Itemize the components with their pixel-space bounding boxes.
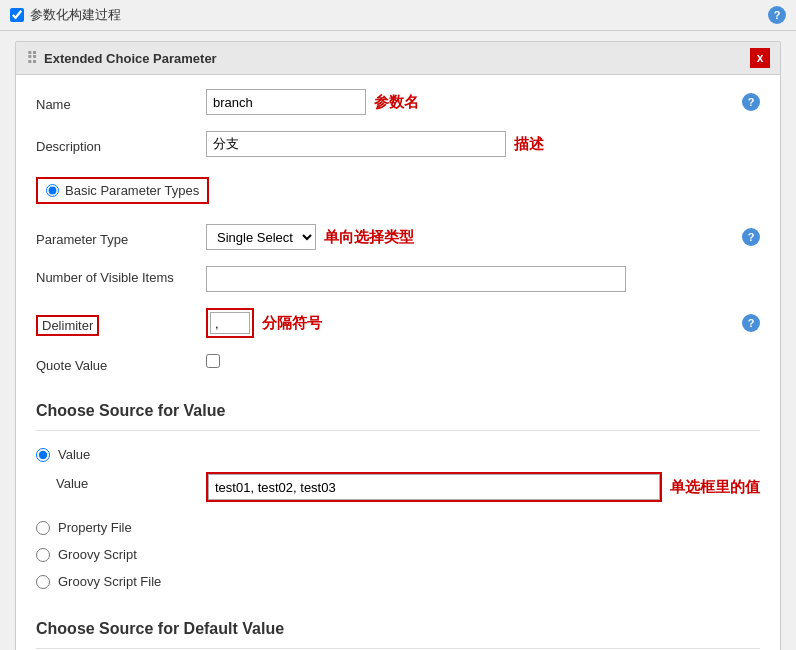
top-bar-left: 参数化构建过程 [10, 6, 121, 24]
groovy-script-file-radio[interactable] [36, 575, 50, 589]
panel-title: ⠿ Extended Choice Parameter [26, 49, 217, 68]
section-divider-1 [36, 430, 760, 431]
quote-value-row: Quote Value [36, 350, 760, 377]
groovy-script-label: Groovy Script [58, 547, 137, 562]
quote-value-label: Quote Value [36, 354, 206, 373]
value-radio[interactable] [36, 448, 50, 462]
name-annotation: 参数名 [374, 93, 419, 112]
delimiter-row: Delimiter 分隔符号 ? [36, 304, 760, 342]
choose-default-title: Choose Source for Default Value [36, 610, 760, 638]
panel-title-text: Extended Choice Parameter [44, 51, 217, 66]
parameterize-checkbox[interactable] [10, 8, 24, 22]
visible-items-row: Number of Visible Items [36, 262, 760, 296]
description-row: Description 描述 [36, 127, 760, 161]
delimiter-annotation: 分隔符号 [262, 314, 322, 333]
param-type-help-icon[interactable]: ? [742, 228, 760, 246]
value-annotation: 单选框里的值 [670, 478, 760, 497]
parameter-type-control: Single Select 单向选择类型 [206, 224, 734, 250]
panel-body: Name 参数名 ? Description 描述 [16, 75, 780, 650]
close-button[interactable]: x [750, 48, 770, 68]
top-bar: 参数化构建过程 ? [0, 0, 796, 31]
property-file-label: Property File [58, 520, 132, 535]
name-input[interactable] [206, 89, 366, 115]
parameterize-label: 参数化构建过程 [30, 6, 121, 24]
main-content: ⠿ Extended Choice Parameter x Name 参数名 ?… [0, 31, 796, 650]
value-control: 单选框里的值 [206, 472, 760, 502]
value-radio-label: Value [58, 447, 90, 462]
name-row: Name 参数名 ? [36, 85, 760, 119]
description-annotation: 描述 [514, 135, 544, 154]
panel-title-icon: ⠿ [26, 49, 38, 68]
choose-source-title: Choose Source for Value [36, 392, 760, 420]
parameter-type-label: Parameter Type [36, 228, 206, 247]
groovy-script-radio-row: Groovy Script [36, 541, 760, 568]
basic-param-label: Basic Parameter Types [65, 183, 199, 198]
basic-param-box: Basic Parameter Types [36, 177, 209, 204]
value-input-wrapper [206, 472, 662, 502]
top-help-icon[interactable]: ? [768, 6, 786, 24]
section-divider-2 [36, 648, 760, 649]
basic-param-row: Basic Parameter Types [36, 169, 760, 212]
quote-value-control [206, 354, 760, 368]
name-help-icon[interactable]: ? [742, 93, 760, 111]
description-input[interactable] [206, 131, 506, 157]
delimiter-input[interactable] [210, 312, 250, 334]
groovy-script-file-label: Groovy Script File [58, 574, 161, 589]
property-file-radio[interactable] [36, 521, 50, 535]
delimiter-input-box [206, 308, 254, 338]
value-row: Value 单选框里的值 [36, 468, 760, 506]
visible-items-label: Number of Visible Items [36, 266, 206, 285]
property-file-radio-row: Property File [36, 514, 760, 541]
value-radio-row: Value [36, 441, 760, 468]
name-label: Name [36, 93, 206, 112]
basic-param-radio[interactable] [46, 184, 59, 197]
visible-items-control [206, 266, 760, 292]
panel-header: ⠿ Extended Choice Parameter x [16, 42, 780, 75]
delimiter-label-text: Delimiter [42, 318, 93, 333]
delimiter-label: Delimiter [36, 311, 206, 336]
parameter-type-annotation: 单向选择类型 [324, 228, 414, 247]
parameter-type-row: Parameter Type Single Select 单向选择类型 ? [36, 220, 760, 254]
description-label: Description [36, 135, 206, 154]
quote-value-checkbox[interactable] [206, 354, 220, 368]
parameter-type-select[interactable]: Single Select [206, 224, 316, 250]
value-label: Value [36, 472, 206, 491]
groovy-script-file-radio-row: Groovy Script File [36, 568, 760, 595]
delimiter-control: 分隔符号 [206, 308, 734, 338]
description-control: 描述 [206, 131, 760, 157]
delimiter-help-icon[interactable]: ? [742, 314, 760, 332]
panel: ⠿ Extended Choice Parameter x Name 参数名 ?… [15, 41, 781, 650]
value-input[interactable] [208, 474, 660, 500]
groovy-script-radio[interactable] [36, 548, 50, 562]
visible-items-input[interactable] [206, 266, 626, 292]
name-control: 参数名 [206, 89, 734, 115]
